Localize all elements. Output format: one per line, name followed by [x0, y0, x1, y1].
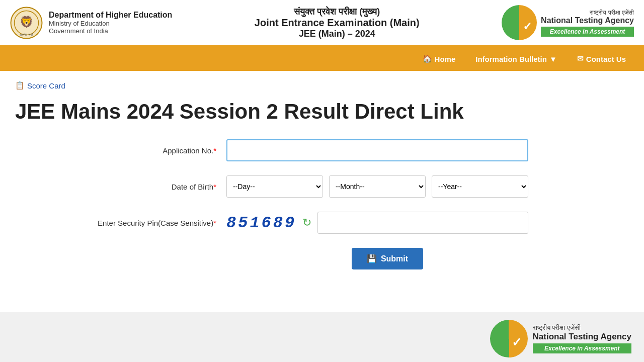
govt-name: Government of India: [49, 27, 172, 35]
contact-icon: ✉: [577, 54, 584, 63]
footer-nta-hindi: राष्ट्रीय परीक्षा एजेंसी: [533, 324, 631, 332]
captcha-text: 851689: [226, 214, 296, 232]
application-no-input[interactable]: [226, 139, 528, 161]
header-org-info: Department of Higher Education Ministry …: [49, 11, 172, 35]
footer-nta-agency: National Testing Agency: [533, 332, 631, 342]
app-no-label: Application No.*: [96, 146, 226, 155]
score-card-label: Score Card: [27, 81, 65, 90]
nav-info-bulletin[interactable]: Information Bulletin ▼: [467, 51, 565, 67]
security-pin-input[interactable]: [317, 212, 528, 234]
submit-label: Submit: [381, 254, 408, 263]
exam-title-year: JEE (Main) – 2024: [172, 29, 502, 39]
nav-home-label: Home: [435, 55, 456, 63]
svg-text:सत्यमेव जयते: सत्यमेव जयते: [19, 33, 34, 36]
dropdown-icon: ▼: [549, 55, 557, 63]
main-content: 📋 Score Card JEE Mains 2024 Session 2 Re…: [0, 71, 644, 312]
security-pin-label: Enter Security Pin(Case Sensitive)*: [96, 219, 226, 227]
dob-selects: --Day-- --Month-- --Year--: [226, 175, 528, 198]
submit-icon: 💾: [367, 254, 377, 263]
submit-row: 💾 Submit: [96, 248, 548, 269]
nav-home[interactable]: 🏠 Home: [415, 50, 464, 67]
nta-logo: राष्ट्रीय परीक्षा एजेंसी National Testin…: [502, 5, 634, 40]
result-form: Application No.* Date of Birth* --Day-- …: [96, 139, 548, 269]
header-center: संयुक्त प्रवेश परीक्षा (मुख्य) Joint Ent…: [172, 7, 502, 39]
dob-label: Date of Birth*: [96, 183, 226, 191]
score-card-icon: 📋: [15, 81, 25, 90]
nta-circle-logo: [502, 5, 537, 40]
dob-year-select[interactable]: --Year--: [432, 175, 528, 198]
exam-title-hindi: संयुक्त प्रवेश परीक्षा (मुख्य): [172, 7, 502, 17]
footer-nta-logo: राष्ट्रीय परीक्षा एजेंसी National Testin…: [490, 320, 631, 357]
home-icon: 🏠: [423, 54, 432, 63]
ministry-name: Ministry of Education: [49, 20, 172, 27]
header-right: राष्ट्रीय परीक्षा एजेंसी National Testin…: [502, 5, 634, 40]
site-header: 🦁 सत्यमेव जयते Department of Higher Educ…: [0, 0, 644, 47]
nav-contact-label: Contact Us: [586, 55, 626, 63]
refresh-captcha-icon[interactable]: ↻: [302, 216, 311, 229]
dept-name: Department of Higher Education: [49, 11, 172, 20]
nav-info-label: Information Bulletin: [475, 55, 547, 63]
india-emblem: 🦁 सत्यमेव जयते: [10, 7, 43, 39]
nta-hindi-text: राष्ट्रीय परीक्षा एजेंसी: [541, 9, 634, 16]
nav-contact[interactable]: ✉ Contact Us: [569, 50, 634, 67]
footer-nta-text: राष्ट्रीय परीक्षा एजेंसी National Testin…: [533, 324, 631, 353]
score-card-link[interactable]: 📋 Score Card: [15, 81, 65, 90]
svg-text:🦁: 🦁: [20, 15, 34, 29]
page-title: JEE Mains 2024 Session 2 Result Direct L…: [15, 99, 629, 124]
footer-nta-circle: [490, 320, 528, 357]
submit-button[interactable]: 💾 Submit: [352, 248, 423, 269]
nta-badge: Excellence in Assessment: [541, 27, 634, 37]
dob-day-select[interactable]: --Day--: [226, 175, 323, 198]
exam-title-english: Joint Entrance Examination (Main): [172, 17, 502, 29]
nta-english-text: National Testing Agency: [541, 16, 634, 25]
main-navbar: 🏠 Home Information Bulletin ▼ ✉ Contact …: [0, 47, 644, 71]
dob-row: Date of Birth* --Day-- --Month-- --Year-…: [96, 175, 548, 198]
footer-nta-badge: Excellence in Assessment: [533, 343, 631, 353]
dob-month-select[interactable]: --Month--: [329, 175, 426, 198]
header-left: 🦁 सत्यमेव जयते Department of Higher Educ…: [10, 7, 172, 39]
security-pin-row: Enter Security Pin(Case Sensitive)* 8516…: [96, 212, 548, 234]
footer: राष्ट्रीय परीक्षा एजेंसी National Testin…: [0, 312, 644, 362]
application-no-row: Application No.*: [96, 139, 548, 161]
nta-text: राष्ट्रीय परीक्षा एजेंसी National Testin…: [541, 9, 634, 37]
security-row-inputs: 851689 ↻: [226, 212, 528, 234]
